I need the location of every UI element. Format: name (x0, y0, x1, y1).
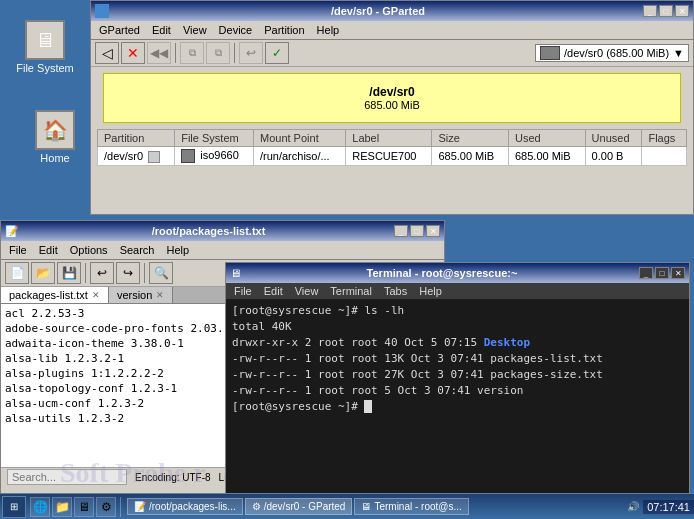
gparted-menubar: GParted Edit View Device Partition Help (91, 21, 693, 40)
start-icon: ⊞ (10, 501, 18, 512)
gparted-minimize-btn[interactable]: _ (643, 5, 657, 17)
taskbar-quick-launch: 🌐 📁 🖥 ⚙ (30, 497, 116, 517)
gedit-open-btn[interactable]: 📂 (31, 262, 55, 284)
cell-fs: iso9660 (175, 147, 254, 166)
gedit-sep1 (85, 263, 86, 283)
col-unused: Unused (585, 130, 642, 147)
terminal-close-btn[interactable]: ✕ (671, 267, 685, 279)
back-btn[interactable]: ◁ (95, 42, 119, 64)
tab-packages-list[interactable]: packages-list.txt ✕ (1, 287, 109, 303)
cell-flags (642, 147, 687, 166)
terminal-line-7: [root@sysrescue ~]# (232, 399, 683, 415)
taskbar-systray: 🔊 (627, 501, 639, 512)
task-gedit-icon: 📝 (134, 501, 146, 512)
gedit-menu-search[interactable]: Search (116, 243, 159, 257)
taskbar-terminal-icon[interactable]: 🖥 (74, 497, 94, 517)
menu-view[interactable]: View (179, 23, 211, 37)
gedit-menu-file[interactable]: File (5, 243, 31, 257)
desktop-icon-home[interactable]: 🏠 Home (20, 110, 90, 164)
menu-help[interactable]: Help (313, 23, 344, 37)
terminal-menu-tabs[interactable]: Tabs (380, 284, 411, 298)
gparted-window: /dev/sr0 - GParted _ □ ✕ GParted Edit Vi… (90, 0, 694, 215)
task-gedit-label: /root/packages-lis... (149, 501, 236, 512)
gedit-save-btn[interactable]: 💾 (57, 262, 81, 284)
terminal-menu-help[interactable]: Help (415, 284, 446, 298)
device-selector[interactable]: /dev/sr0 (685.00 MiB) ▼ (535, 44, 689, 62)
terminal-menubar: File Edit View Terminal Tabs Help (226, 283, 689, 299)
terminal-cursor (364, 400, 372, 413)
undo-btn[interactable]: ↩ (239, 42, 263, 64)
tab-close-packages[interactable]: ✕ (92, 290, 100, 300)
gedit-title: /root/packages-list.txt (23, 225, 394, 237)
volume-icon[interactable]: 🔊 (627, 501, 639, 512)
prev-btn[interactable]: ◀◀ (147, 42, 171, 64)
task-terminal-label: Terminal - root@s... (374, 501, 461, 512)
taskbar-task-gparted[interactable]: ⚙ /dev/sr0 - GParted (245, 498, 353, 515)
gparted-title: /dev/sr0 - GParted (113, 5, 643, 17)
gedit-new-btn[interactable]: 📄 (5, 262, 29, 284)
taskbar-settings-icon[interactable]: ⚙ (96, 497, 116, 517)
gedit-titlebar: 📝 /root/packages-list.txt _ □ ✕ (1, 221, 444, 241)
terminal-content[interactable]: [root@sysrescue ~]# ls -lh total 40K drw… (226, 299, 689, 503)
gedit-maximize-btn[interactable]: □ (410, 225, 424, 237)
gedit-redo-btn[interactable]: ↪ (116, 262, 140, 284)
disk-name: /dev/sr0 (369, 85, 414, 99)
cell-partition: /dev/sr0 (98, 147, 175, 166)
filesystem-icon: 🖥 (25, 20, 65, 60)
gparted-close-btn[interactable]: ✕ (675, 5, 689, 17)
gparted-maximize-btn[interactable]: □ (659, 5, 673, 17)
terminal-minimize-btn[interactable]: _ (639, 267, 653, 279)
fs-box (181, 149, 195, 163)
terminal-menu-terminal[interactable]: Terminal (326, 284, 376, 298)
gedit-minimize-btn[interactable]: _ (394, 225, 408, 237)
gedit-find-btn[interactable]: 🔍 (149, 262, 173, 284)
home-icon: 🏠 (35, 110, 75, 150)
encoding-label: Encoding: UTF-8 (135, 472, 211, 483)
terminal-menu-view[interactable]: View (291, 284, 323, 298)
gedit-close-btn[interactable]: ✕ (426, 225, 440, 237)
device-label: /dev/sr0 (685.00 MiB) (564, 47, 669, 59)
partition-table: Partition File System Mount Point Label … (97, 129, 687, 166)
paste-btn[interactable]: ⧉ (206, 42, 230, 64)
desktop-icon-filesystem[interactable]: 🖥 File System (10, 20, 80, 74)
disk-icon (540, 46, 560, 60)
gparted-toolbar: ◁ ✕ ◀◀ ⧉ ⧉ ↩ ✓ /dev/sr0 (685.00 MiB) ▼ (91, 40, 693, 67)
tab-close-version[interactable]: ✕ (156, 290, 164, 300)
col-label: Label (346, 130, 432, 147)
gedit-controls: _ □ ✕ (394, 225, 440, 237)
tab-version[interactable]: version ✕ (109, 287, 173, 303)
cancel-btn[interactable]: ✕ (121, 42, 145, 64)
gedit-title-icon: 📝 (5, 225, 19, 238)
table-row[interactable]: /dev/sr0 iso9660 /run/archiso/... RESCUE… (98, 147, 687, 166)
apply-btn[interactable]: ✓ (265, 42, 289, 64)
terminal-menu-file[interactable]: File (230, 284, 256, 298)
menu-gparted[interactable]: GParted (95, 23, 144, 37)
gparted-titlebar: /dev/sr0 - GParted _ □ ✕ (91, 1, 693, 21)
terminal-menu-edit[interactable]: Edit (260, 284, 287, 298)
taskbar-task-gedit[interactable]: 📝 /root/packages-lis... (127, 498, 243, 515)
gedit-menu-edit[interactable]: Edit (35, 243, 62, 257)
taskbar-files-icon[interactable]: 📁 (52, 497, 72, 517)
start-button[interactable]: ⊞ (2, 496, 26, 518)
col-used: Used (509, 130, 586, 147)
device-dropdown-icon: ▼ (673, 47, 684, 59)
menu-device[interactable]: Device (215, 23, 257, 37)
terminal-maximize-btn[interactable]: □ (655, 267, 669, 279)
gedit-undo-btn[interactable]: ↩ (90, 262, 114, 284)
task-gparted-icon: ⚙ (252, 501, 261, 512)
terminal-line-1: [root@sysrescue ~]# ls -lh (232, 303, 683, 319)
taskbar-task-terminal[interactable]: 🖥 Terminal - root@s... (354, 498, 468, 515)
copy-btn[interactable]: ⧉ (180, 42, 204, 64)
gedit-menu-options[interactable]: Options (66, 243, 112, 257)
cell-label: RESCUE700 (346, 147, 432, 166)
cell-mount: /run/archiso/... (253, 147, 345, 166)
taskbar-tasks: 📝 /root/packages-lis... ⚙ /dev/sr0 - GPa… (127, 498, 623, 515)
gedit-search-input[interactable] (7, 469, 127, 485)
menu-partition[interactable]: Partition (260, 23, 308, 37)
taskbar-browser-icon[interactable]: 🌐 (30, 497, 50, 517)
home-label: Home (40, 152, 69, 164)
terminal-window: 🖥 Terminal - root@sysrescue:~ _ □ ✕ File… (225, 262, 690, 512)
menu-edit[interactable]: Edit (148, 23, 175, 37)
task-gparted-label: /dev/sr0 - GParted (264, 501, 346, 512)
gedit-menu-help[interactable]: Help (162, 243, 193, 257)
